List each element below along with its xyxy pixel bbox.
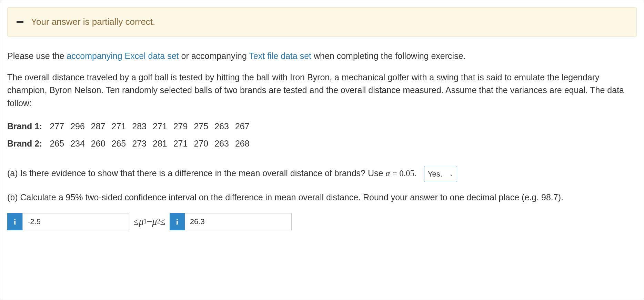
data-cell: 277: [50, 118, 70, 135]
intro-prefix: Please use the: [7, 51, 67, 61]
data-cell: 265: [112, 135, 132, 152]
data-cell: 279: [173, 118, 194, 135]
problem-body: Please use the accompanying Excel data s…: [7, 50, 637, 230]
intro-suffix: when completing the following exercise.: [311, 51, 465, 61]
data-cell: 296: [70, 118, 91, 135]
data-cell: 234: [70, 135, 91, 152]
confidence-interval-row: i -2.5 ≤ μ1 − μ2 ≤ i 26.3: [7, 213, 637, 230]
data-cell: 268: [235, 135, 256, 152]
part-a: (a) Is there evidence to show that there…: [7, 166, 637, 182]
problem-description: The overall distance traveled by a golf …: [7, 71, 637, 110]
lower-bound-group: i -2.5: [7, 213, 129, 230]
data-cell: 273: [132, 135, 153, 152]
data-cell: 287: [91, 118, 112, 135]
part-b: (b) Calculate a 95% two-sided confidence…: [7, 191, 637, 204]
data-cell: 275: [194, 118, 214, 135]
data-cell: 271: [173, 135, 194, 152]
lower-bound-value: -2.5: [28, 216, 41, 227]
intro-paragraph: Please use the accompanying Excel data s…: [7, 50, 637, 63]
text-data-link[interactable]: Text file data set: [249, 51, 311, 61]
select-value: Yes.: [428, 170, 442, 178]
data-cell: 270: [194, 135, 214, 152]
feedback-message: Your answer is partially correct.: [31, 15, 155, 29]
brand-label: Brand 1:: [7, 118, 50, 135]
alpha-symbol: α: [385, 169, 390, 178]
upper-bound-value: 26.3: [190, 216, 205, 227]
part-a-select[interactable]: Yes. ⌄: [424, 166, 457, 182]
excel-data-link[interactable]: accompanying Excel data set: [67, 51, 179, 61]
brand-label: Brand 2:: [7, 135, 50, 152]
table-row: Brand 2: 265 234 260 265 273 281 271 270…: [7, 135, 256, 152]
equals-sign: =: [390, 169, 400, 178]
period: .: [414, 168, 417, 178]
intro-mid: or accompanying: [179, 51, 249, 61]
data-cell: 271: [112, 118, 132, 135]
data-cell: 267: [235, 118, 256, 135]
info-icon[interactable]: i: [7, 213, 22, 230]
table-row: Brand 1: 277 296 287 271 283 271 279 275…: [7, 118, 256, 135]
part-b-text: (b) Calculate a 95% two-sided confidence…: [7, 192, 563, 202]
question-container: Your answer is partially correct. Please…: [0, 0, 644, 300]
upper-bound-group: i 26.3: [170, 213, 292, 230]
data-cell: 281: [153, 135, 173, 152]
ci-relation: ≤ μ1 − μ2 ≤: [129, 213, 170, 230]
info-icon[interactable]: i: [170, 213, 185, 230]
alpha-value: 0.05: [399, 169, 414, 178]
alpha-expression: α = 0.05: [385, 169, 414, 178]
feedback-banner: Your answer is partially correct.: [7, 7, 637, 37]
data-cell: 271: [153, 118, 173, 135]
upper-bound-input[interactable]: 26.3: [185, 213, 292, 230]
data-cell: 263: [214, 118, 235, 135]
data-cell: 263: [214, 135, 235, 152]
data-table: Brand 1: 277 296 287 271 283 271 279 275…: [7, 118, 256, 152]
data-cell: 265: [50, 135, 70, 152]
part-a-text: (a) Is there evidence to show that there…: [7, 168, 385, 178]
chevron-down-icon: ⌄: [449, 171, 453, 178]
minus-icon: [17, 21, 23, 23]
lower-bound-input[interactable]: -2.5: [22, 213, 129, 230]
data-cell: 260: [91, 135, 112, 152]
data-cell: 283: [132, 118, 153, 135]
